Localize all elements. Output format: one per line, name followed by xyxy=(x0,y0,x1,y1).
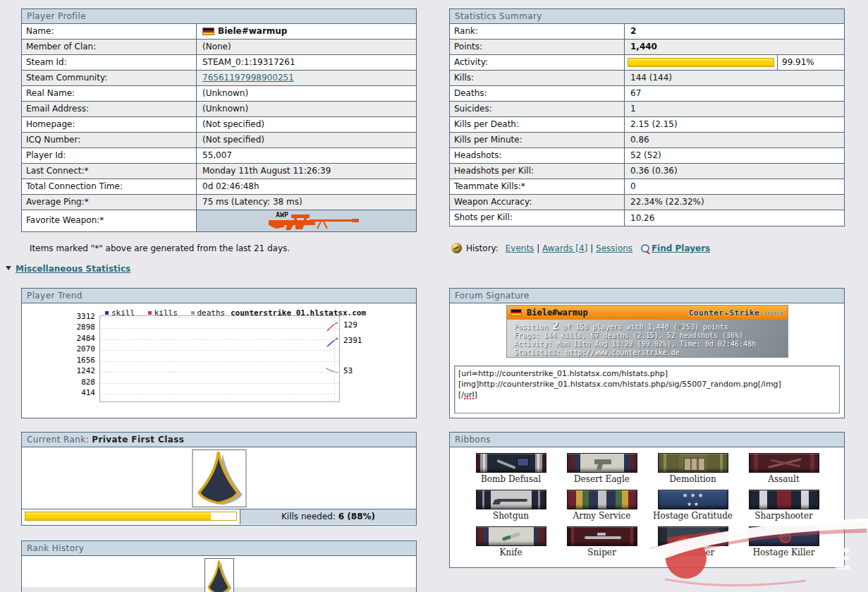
rank-history-insignia-box xyxy=(204,558,234,592)
y-axis-tick: 414 xyxy=(63,389,95,397)
ribbon-bomb-defusal-icon xyxy=(476,453,546,473)
row-value: 144 (144) xyxy=(625,71,844,85)
ribbon-sharpshooter-icon xyxy=(749,490,819,509)
signature-position-line: Position 2 of 158 players with 1,440 (↑2… xyxy=(514,322,788,332)
legend-swatch-deaths-icon xyxy=(191,311,195,315)
player-name: Biele#warmup xyxy=(218,24,287,39)
row-label: Last Connect:* xyxy=(22,164,197,179)
table-row: ICQ Number: (Not specified) xyxy=(22,133,416,148)
legend-swatch-kills-icon xyxy=(148,311,152,315)
ribbon-label: Sharpshooter xyxy=(738,511,829,521)
table-row: Kills: 144 (144) xyxy=(450,71,844,86)
separator: | xyxy=(590,243,593,253)
statistics-summary-table: Rank: 2 Points: 1,440 Activity: 99.91% xyxy=(450,24,844,226)
history-label: History: xyxy=(466,243,499,253)
table-row: Teammate Kills:* 0 xyxy=(450,179,844,195)
row-value: 0.36 (0.36) xyxy=(625,164,844,179)
player-profile-title: Player Profile xyxy=(22,9,416,24)
table-row: Points: 1,440 xyxy=(450,40,844,55)
awards-link[interactable]: Awards [4] xyxy=(542,243,587,253)
signature-activity-line: Activity: Mon 11th Aug 11:29 (99.92%), T… xyxy=(514,340,788,349)
ribbon-item: Sharpshooter xyxy=(738,490,829,521)
signature-rank: 2 xyxy=(552,320,558,332)
table-row: Weapon Accuracy: 22.34% (22.32%) xyxy=(450,195,844,210)
awp-weapon-label: AWP xyxy=(276,211,288,219)
ribbon-item: Hostage Gratitude xyxy=(647,490,738,521)
ribbon-label: Demolition xyxy=(647,474,738,484)
points-value: 1,440 xyxy=(625,40,844,54)
row-label: Deaths: xyxy=(450,86,625,101)
row-label: Rank: xyxy=(450,24,625,39)
ribbon-label: Army Service xyxy=(556,511,647,521)
row-value: (Not specified) xyxy=(197,117,416,132)
table-row: Deaths: 67 xyxy=(450,86,844,102)
signature-stats-line: Statistics: http://www.counterstrike.de xyxy=(514,349,788,357)
row-value: 0 xyxy=(625,179,844,194)
row-value: 22.34% (22.32%) xyxy=(625,195,844,210)
row-label: ICQ Number: xyxy=(22,133,197,147)
find-players-link[interactable]: Find Players xyxy=(652,243,710,253)
bbcode-box[interactable]: [url=http://counterstrike_01.hlstatsx.co… xyxy=(454,366,840,413)
rank-insignia-box xyxy=(192,449,246,507)
player-profile-table: Name: Biele#warmup Member of Clan: (None… xyxy=(22,24,416,231)
bbcode-line: [url=http://counterstrike_01.hlstatsx.co… xyxy=(458,368,836,379)
row-value: 1 xyxy=(625,102,844,116)
row-label: Suicides: xyxy=(450,102,625,116)
series-end-label-skill: 2391 xyxy=(343,337,362,345)
activity-percent: 99.91% xyxy=(778,55,814,70)
series-end-label-kills: 129 xyxy=(343,321,357,330)
table-row: Headshots: 52 (52) xyxy=(450,148,844,164)
row-label: Steam Id: xyxy=(22,55,197,70)
current-rank-title: Current Rank: Private First Class xyxy=(22,433,416,447)
row-label: Shots per Kill: xyxy=(450,210,625,226)
row-label: Name: xyxy=(22,24,197,39)
misc-statistics-link[interactable]: Miscellaneous Statistics xyxy=(16,264,130,274)
y-axis-tick: 2070 xyxy=(63,345,95,354)
ribbon-item: Bomb Defusal xyxy=(465,453,556,484)
table-row: Favorite Weapon:* AWP xyxy=(22,210,416,231)
forum-signature-panel: Forum Signature Biele#warmup Counter★Str… xyxy=(449,288,845,418)
rank-insignia-icon xyxy=(192,450,245,507)
table-row: Name: Biele#warmup xyxy=(22,24,416,40)
ribbon-hostage-killer-icon xyxy=(749,526,819,546)
row-label: Steam Community: xyxy=(22,71,197,85)
ribbon-hostage-gratitude-icon xyxy=(658,490,728,509)
steam-community-link[interactable]: 76561197998900251 xyxy=(202,71,294,85)
rank-history-panel: Rank History xyxy=(21,540,417,592)
row-value: 52 (52) xyxy=(625,148,844,163)
signature-frags-line: Frags: 144 kills, 67 deaths (2.15), 52 h… xyxy=(514,332,788,340)
row-value: 10.26 xyxy=(625,210,844,226)
events-link[interactable]: Events xyxy=(506,243,534,253)
row-label: Headshots per Kill: xyxy=(450,164,625,179)
ribbon-item: Assault xyxy=(738,453,829,484)
table-row: Kills per Minute: 0.86 xyxy=(450,133,844,148)
row-value: 75 ms (Latency: 38 ms) xyxy=(197,195,416,210)
current-rank-name: Private First Class xyxy=(92,435,184,445)
ribbons-grid: Bomb Defusal Desert Eagle Demolition Ass… xyxy=(450,447,844,557)
row-value: 67 xyxy=(625,86,844,101)
row-label: Kills per Minute: xyxy=(450,133,625,147)
table-row: Player Id: 55,007 xyxy=(22,148,416,164)
ribbon-label: Sniper xyxy=(556,548,647,557)
series-end-label-deaths: 53 xyxy=(343,367,353,375)
ribbon-item: Desert Eagle xyxy=(556,453,647,484)
row-value: (Unknown) xyxy=(197,102,416,116)
ribbon-label: Desert Eagle xyxy=(556,474,647,484)
table-row: Suicides: 1 xyxy=(450,102,844,117)
row-label: Member of Clan: xyxy=(22,40,197,54)
ribbon-label: Bomb Defusal xyxy=(465,474,556,484)
ribbon-label: Hostage Killer xyxy=(738,548,829,557)
row-label: Weapon Accuracy: xyxy=(450,195,625,210)
ribbon-knife-icon xyxy=(476,526,546,546)
table-row: Last Connect:* Monday 11th August 11:26:… xyxy=(22,164,416,179)
ribbon-label: Assault xyxy=(738,474,829,484)
sessions-link[interactable]: Sessions xyxy=(596,243,632,253)
ribbon-item: Shotgun xyxy=(465,490,556,521)
table-row: Homepage: (Not specified) xyxy=(22,117,416,133)
kills-needed-cell: Kills needed: 6 (88%) xyxy=(240,509,416,524)
bbcode-line: [/url] xyxy=(458,389,836,400)
chart-plot-area xyxy=(99,315,340,402)
table-row: Shots per Kill: 10.26 xyxy=(450,210,844,226)
steam-id-value: STEAM_0:1:19317261 xyxy=(197,55,416,70)
signature-stats-url: http://www.counterstrike.de xyxy=(565,349,680,356)
